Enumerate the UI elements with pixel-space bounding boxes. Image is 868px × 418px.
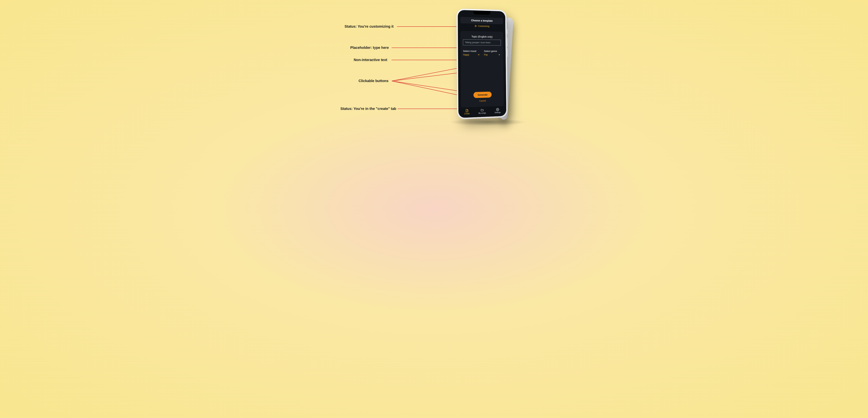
tab-create-label: Create	[464, 112, 470, 115]
tab-settings[interactable]: Settings	[495, 108, 501, 114]
choose-template-button[interactable]: Choose a template	[460, 17, 503, 24]
annotation-status-create-tab: Status: You're in the "create" tab	[340, 107, 396, 111]
phone-notch	[473, 10, 491, 15]
svg-point-8	[497, 109, 498, 110]
chevron-down-icon	[499, 55, 500, 55]
customize-panel: Topic (English only) Select mood Happy S…	[460, 31, 504, 107]
svg-point-3	[476, 26, 476, 26]
sliders-icon	[474, 25, 477, 27]
genre-select-label: Select genre	[484, 50, 501, 53]
tab-settings-label: Settings	[495, 111, 501, 114]
annotation-line	[398, 109, 463, 109]
file-plus-icon	[465, 109, 469, 112]
annotation-noninteractive: Non-interactive text	[354, 58, 387, 62]
phone-side-button	[507, 48, 508, 57]
phone-screen: Choose a template Customizing	[458, 10, 506, 118]
tab-bar: Create My songs	[459, 105, 506, 118]
phone-mockup: Choose a template Customizing	[456, 9, 517, 124]
annotation-clickable: Clickable buttons	[359, 79, 389, 83]
annotation-status-customizing: Status: You're customizing it	[345, 24, 394, 29]
folder-icon	[480, 108, 484, 112]
tab-my-songs-label: My songs	[478, 112, 486, 114]
annotation-line	[392, 60, 467, 60]
generate-button[interactable]: Generate	[473, 92, 492, 98]
gear-icon	[496, 108, 499, 111]
customizing-status: Customizing	[460, 23, 503, 28]
svg-point-1	[475, 25, 475, 26]
mood-select-value: Happy	[463, 54, 469, 56]
topic-input[interactable]	[463, 39, 501, 45]
generate-button-label: Generate	[478, 93, 488, 96]
phone-side-button	[507, 38, 508, 46]
annotation-placeholder: Placeholder: type here	[350, 45, 389, 50]
tab-create[interactable]: Create	[464, 109, 470, 115]
annotation-line	[392, 47, 467, 48]
mood-select-label: Select mood	[463, 50, 480, 53]
phone-side-button	[507, 29, 507, 34]
tab-my-songs[interactable]: My songs	[478, 108, 486, 114]
svg-point-5	[475, 26, 475, 27]
